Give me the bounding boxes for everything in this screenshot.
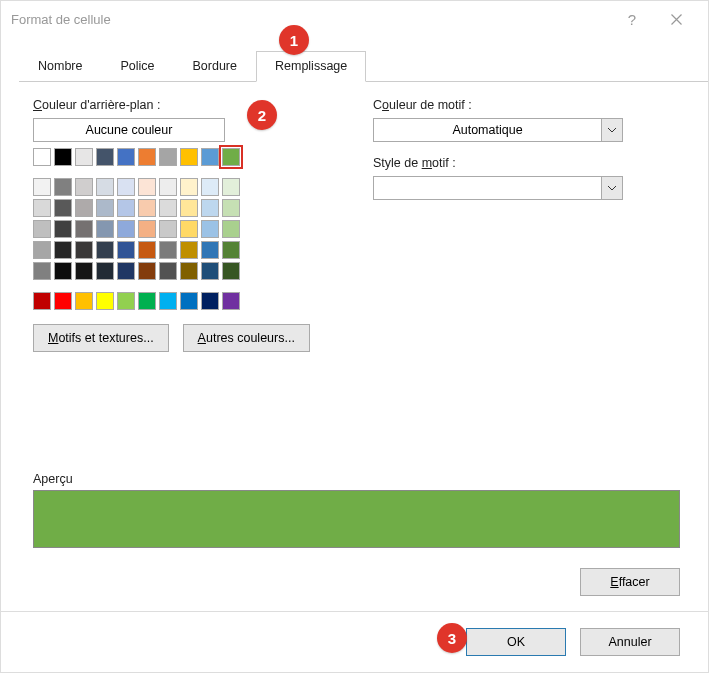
color-swatch[interactable]	[54, 148, 72, 166]
standard-color-row	[33, 292, 249, 310]
color-swatch[interactable]	[54, 292, 72, 310]
color-swatch[interactable]	[33, 262, 51, 280]
color-swatch[interactable]	[75, 199, 93, 217]
color-swatch[interactable]	[159, 292, 177, 310]
close-button[interactable]	[654, 1, 698, 37]
preview-box	[33, 490, 680, 548]
color-swatch[interactable]	[138, 292, 156, 310]
color-swatch[interactable]	[96, 241, 114, 259]
callout-3: 3	[437, 623, 467, 653]
color-swatch[interactable]	[159, 220, 177, 238]
color-swatch[interactable]	[33, 148, 51, 166]
color-swatch[interactable]	[75, 262, 93, 280]
color-swatch[interactable]	[33, 199, 51, 217]
bg-color-label: Couleur d'arrière-plan :	[33, 98, 333, 112]
color-swatch[interactable]	[222, 241, 240, 259]
color-swatch[interactable]	[201, 199, 219, 217]
color-swatch[interactable]	[180, 199, 198, 217]
color-swatch[interactable]	[96, 148, 114, 166]
tab-nombre[interactable]: Nombre	[19, 51, 101, 81]
color-swatch[interactable]	[75, 178, 93, 196]
color-swatch[interactable]	[138, 199, 156, 217]
theme-color-row	[33, 148, 249, 166]
color-swatch[interactable]	[138, 178, 156, 196]
color-swatch[interactable]	[54, 220, 72, 238]
color-swatch[interactable]	[138, 241, 156, 259]
theme-shades-grid	[33, 178, 249, 280]
dropdown-icon[interactable]	[601, 118, 623, 142]
color-swatch[interactable]	[201, 262, 219, 280]
tab-police[interactable]: Police	[101, 51, 173, 81]
color-swatch[interactable]	[222, 220, 240, 238]
color-swatch[interactable]	[138, 220, 156, 238]
color-swatch[interactable]	[180, 262, 198, 280]
color-swatch[interactable]	[96, 262, 114, 280]
dialog-title: Format de cellule	[11, 12, 610, 27]
color-swatch[interactable]	[75, 292, 93, 310]
color-swatch[interactable]	[33, 178, 51, 196]
clear-button[interactable]: Effacer	[580, 568, 680, 596]
color-swatch[interactable]	[222, 178, 240, 196]
color-swatch[interactable]	[201, 292, 219, 310]
color-swatch[interactable]	[180, 241, 198, 259]
color-swatch[interactable]	[96, 178, 114, 196]
color-swatch[interactable]	[33, 241, 51, 259]
no-color-button[interactable]: Aucune couleur	[33, 118, 225, 142]
color-swatch[interactable]	[159, 241, 177, 259]
color-swatch[interactable]	[159, 262, 177, 280]
more-colors-button[interactable]: Autres couleurs...	[183, 324, 310, 352]
color-swatch[interactable]	[180, 148, 198, 166]
color-swatch[interactable]	[201, 148, 219, 166]
pattern-style-label: Style de motif :	[373, 156, 680, 170]
color-swatch[interactable]	[222, 262, 240, 280]
color-swatch[interactable]	[138, 262, 156, 280]
color-swatch[interactable]	[96, 292, 114, 310]
color-swatch[interactable]	[180, 220, 198, 238]
color-swatch[interactable]	[180, 178, 198, 196]
color-swatch[interactable]	[222, 199, 240, 217]
fill-effects-button[interactable]: Motifs et textures...	[33, 324, 169, 352]
pattern-style-value	[373, 176, 601, 200]
color-swatch[interactable]	[159, 199, 177, 217]
color-swatch[interactable]	[117, 262, 135, 280]
pattern-style-dropdown[interactable]	[373, 176, 623, 200]
cancel-button[interactable]: Annuler	[580, 628, 680, 656]
color-swatch[interactable]	[75, 241, 93, 259]
callout-1: 1	[279, 25, 309, 55]
color-swatch[interactable]	[117, 148, 135, 166]
color-swatch[interactable]	[180, 292, 198, 310]
color-swatch[interactable]	[33, 292, 51, 310]
color-swatch[interactable]	[75, 220, 93, 238]
color-swatch[interactable]	[159, 148, 177, 166]
callout-2: 2	[247, 100, 277, 130]
color-swatch[interactable]	[117, 199, 135, 217]
color-swatch[interactable]	[33, 220, 51, 238]
color-swatch[interactable]	[159, 178, 177, 196]
dropdown-icon[interactable]	[601, 176, 623, 200]
color-swatch[interactable]	[54, 241, 72, 259]
color-swatch[interactable]	[54, 262, 72, 280]
color-swatch[interactable]	[222, 148, 240, 166]
color-swatch[interactable]	[54, 178, 72, 196]
color-swatch[interactable]	[222, 292, 240, 310]
tab-remplissage[interactable]: Remplissage	[256, 51, 366, 82]
pattern-color-label: Couleur de motif :	[373, 98, 680, 112]
preview-label: Aperçu	[33, 472, 680, 486]
color-swatch[interactable]	[96, 220, 114, 238]
help-button[interactable]: ?	[610, 11, 654, 28]
color-swatch[interactable]	[54, 199, 72, 217]
tab-bordure[interactable]: Bordure	[174, 51, 256, 81]
pattern-color-value: Automatique	[373, 118, 601, 142]
color-swatch[interactable]	[201, 241, 219, 259]
color-swatch[interactable]	[201, 220, 219, 238]
ok-button[interactable]: OK	[466, 628, 566, 656]
color-swatch[interactable]	[117, 241, 135, 259]
pattern-color-dropdown[interactable]: Automatique	[373, 118, 623, 142]
color-swatch[interactable]	[117, 220, 135, 238]
color-swatch[interactable]	[117, 292, 135, 310]
color-swatch[interactable]	[117, 178, 135, 196]
color-swatch[interactable]	[138, 148, 156, 166]
color-swatch[interactable]	[75, 148, 93, 166]
color-swatch[interactable]	[96, 199, 114, 217]
color-swatch[interactable]	[201, 178, 219, 196]
